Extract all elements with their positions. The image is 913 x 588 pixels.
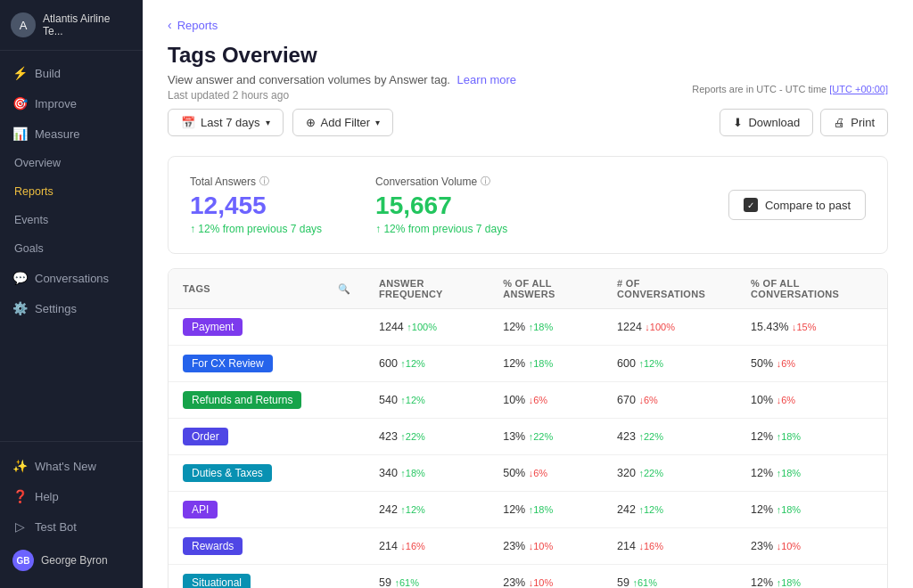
- info-icon[interactable]: ⓘ: [259, 175, 269, 188]
- tag-badge: Situational: [183, 574, 251, 588]
- pct-conv-change: ↓15%: [792, 322, 817, 332]
- pct-conv-change: ↓10%: [777, 541, 802, 551]
- sidebar: A Atlantis Airline Te... ⚡ Build 🎯 Impro…: [0, 0, 143, 588]
- col-pct-answers: % OF ALL ANSWERS: [489, 269, 603, 309]
- pct-answers-cell: 50% ↓6%: [489, 455, 603, 492]
- num-conv-change: ↑22%: [638, 468, 663, 478]
- sidebar-nav: ⚡ Build 🎯 Improve 📊 Measure Overview Rep…: [0, 51, 143, 441]
- utc-link[interactable]: [UTC +00:00]: [829, 84, 888, 94]
- stats-panel: Total Answers ⓘ 12,455 ↑ 12% from previo…: [168, 156, 888, 254]
- conversation-volume-change: ↑ 12% from previous 7 days: [375, 223, 507, 235]
- breadcrumb-link[interactable]: Reports: [177, 19, 218, 32]
- pct-answers-cell: 23% ↓10%: [489, 528, 603, 565]
- pct-answers-cell: 12% ↑18%: [489, 492, 603, 528]
- answer-freq-change: ↑18%: [400, 468, 425, 478]
- date-range-button[interactable]: 📅 Last 7 days ▾: [168, 109, 284, 136]
- sidebar-item-label: Conversations: [35, 272, 109, 285]
- pct-conv-change: ↑18%: [777, 504, 802, 515]
- total-answers-label: Total Answers ⓘ: [190, 175, 322, 188]
- col-num-conv: # OF CONVERSATIONS: [603, 269, 736, 309]
- tag-cell: Duties & Taxes: [169, 455, 365, 492]
- add-filter-button[interactable]: ⊕ Add Filter ▾: [292, 109, 394, 136]
- table-row: Situational 59 ↑61% 23% ↓10% 59 ↑61% 12%…: [169, 565, 887, 589]
- pct-conv-change: ↓6%: [777, 395, 795, 405]
- num-conv-change: ↑61%: [632, 577, 657, 588]
- build-icon: ⚡: [12, 66, 27, 80]
- brand-name: Atlantis Airline Te...: [43, 12, 132, 37]
- num-conv-change: ↑12%: [638, 504, 663, 515]
- sidebar-item-events[interactable]: Events: [0, 206, 143, 234]
- pct-answers-change: ↓6%: [529, 395, 547, 405]
- utc-notice: Reports are in UTC - UTC time [UTC +00:0…: [692, 84, 888, 94]
- num-conv-change: ↓100%: [645, 322, 675, 332]
- search-icon[interactable]: 🔍: [338, 283, 350, 295]
- sidebar-item-whats-new[interactable]: ✨ What's New: [0, 451, 143, 481]
- sidebar-item-conversations[interactable]: 💬 Conversations: [0, 263, 143, 293]
- num-conv-cell: 423 ↑22%: [603, 419, 736, 455]
- answer-freq-change: ↑22%: [400, 431, 425, 442]
- answer-freq-change: ↑61%: [394, 577, 419, 588]
- num-conv-cell: 1224 ↓100%: [603, 309, 736, 346]
- pct-answers-change: ↓10%: [529, 541, 554, 551]
- breadcrumb: ‹ Reports: [168, 18, 888, 32]
- answer-freq-cell: 242 ↑12%: [365, 492, 489, 528]
- settings-icon: ⚙️: [12, 301, 27, 315]
- sidebar-item-help[interactable]: ❓ Help: [0, 481, 143, 511]
- tag-badge: Rewards: [183, 537, 243, 555]
- answer-freq-cell: 423 ↑22%: [365, 419, 489, 455]
- pct-answers-change: ↑22%: [529, 431, 554, 442]
- pct-conv-cell: 23% ↓10%: [736, 528, 887, 565]
- sidebar-item-reports[interactable]: Reports: [0, 177, 143, 206]
- num-conv-cell: 214 ↓16%: [603, 528, 736, 565]
- tag-badge: Order: [183, 428, 228, 445]
- main-content: ‹ Reports Tags Overview View answer and …: [143, 0, 913, 588]
- breadcrumb-chevron-icon: ‹: [168, 18, 172, 32]
- tag-badge: API: [183, 501, 218, 519]
- pct-answers-change: ↑18%: [529, 322, 554, 332]
- num-conv-cell: 600 ↑12%: [603, 346, 736, 382]
- sidebar-item-label: Reports: [14, 185, 53, 198]
- pct-conv-cell: 12% ↑18%: [736, 492, 887, 528]
- sidebar-item-settings[interactable]: ⚙️ Settings: [0, 293, 143, 323]
- answer-freq-cell: 600 ↑12%: [365, 346, 489, 382]
- pct-conv-change: ↑18%: [777, 468, 802, 478]
- pct-conv-cell: 12% ↑18%: [736, 565, 887, 589]
- improve-icon: 🎯: [12, 96, 27, 110]
- pct-answers-cell: 13% ↑22%: [489, 419, 603, 455]
- sidebar-item-label: Settings: [35, 302, 77, 315]
- sidebar-user[interactable]: GB George Byron: [0, 542, 143, 579]
- sidebar-item-measure[interactable]: 📊 Measure: [0, 118, 143, 149]
- info-icon-2[interactable]: ⓘ: [481, 175, 490, 188]
- pct-conv-cell: 15.43% ↓15%: [736, 309, 887, 346]
- sidebar-brand[interactable]: A Atlantis Airline Te...: [0, 0, 143, 51]
- pct-conv-change: ↓6%: [777, 358, 795, 369]
- sidebar-item-label: Build: [35, 67, 61, 80]
- num-conv-cell: 242 ↑12%: [603, 492, 736, 528]
- user-name: George Byron: [41, 554, 108, 567]
- toolbar-right: ⬇ Download 🖨 Print: [720, 109, 888, 136]
- download-icon: ⬇: [733, 116, 743, 129]
- sidebar-item-label: Test Bot: [35, 520, 77, 534]
- answer-freq-cell: 540 ↑12%: [365, 382, 489, 419]
- tag-badge: Refunds and Returns: [183, 391, 301, 409]
- sidebar-item-label: What's New: [35, 460, 96, 473]
- col-pct-conv: % OF ALL CONVERSATIONS: [736, 269, 887, 309]
- sidebar-item-improve[interactable]: 🎯 Improve: [0, 88, 143, 118]
- sidebar-item-label: Overview: [14, 157, 61, 169]
- pct-conv-cell: 12% ↑18%: [736, 419, 887, 455]
- calendar-icon: 📅: [181, 116, 195, 129]
- pct-conv-change: ↑18%: [777, 577, 802, 588]
- pct-answers-change: ↑18%: [529, 358, 554, 369]
- sidebar-item-goals[interactable]: Goals: [0, 234, 143, 263]
- sidebar-item-test-bot[interactable]: ▷ Test Bot: [0, 511, 143, 542]
- answer-freq-cell: 59 ↑61%: [365, 565, 489, 589]
- num-conv-cell: 320 ↑22%: [603, 455, 736, 492]
- sidebar-item-overview[interactable]: Overview: [0, 149, 143, 177]
- print-button[interactable]: 🖨 Print: [820, 109, 888, 136]
- download-button[interactable]: ⬇ Download: [720, 109, 813, 136]
- tag-cell: Order: [169, 419, 365, 455]
- sidebar-item-build[interactable]: ⚡ Build: [0, 58, 143, 88]
- compare-to-past-button[interactable]: ✓ Compare to past: [728, 190, 866, 220]
- num-conv-change: ↑12%: [638, 358, 663, 369]
- learn-more-link[interactable]: Learn more: [457, 73, 516, 86]
